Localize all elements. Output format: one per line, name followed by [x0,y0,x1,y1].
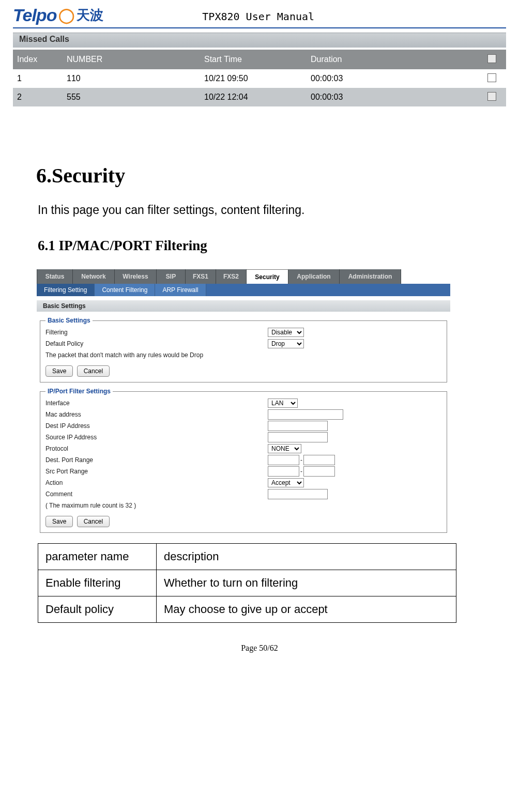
label-default-policy: Default Policy [45,340,268,347]
input-destport-to[interactable] [303,455,335,465]
section-intro: In this page you can filter settings, co… [38,203,506,217]
main-tabs: Status Network Wireless SIP FXS1 FXS2 Se… [37,269,450,284]
col-index: Index [13,50,63,69]
tab-fxs2[interactable]: FXS2 [216,269,247,284]
missed-calls-title: Missed Calls [13,33,506,48]
cell-index: 1 [13,69,63,88]
manual-title: TPX820 User Manual [202,10,314,23]
legend-basic: Basic Settings [45,317,93,324]
select-filtering[interactable]: Disable [268,328,304,337]
select-interface[interactable]: LAN [268,399,298,408]
label-destip: Dest IP Address [45,422,268,430]
cell-index: 2 [13,88,63,106]
desc-cell: Enable filtering [38,570,157,596]
logo-swirl-icon: ◯ [58,7,74,24]
tab-sip[interactable]: SIP [157,269,186,284]
subtab-arp-firewall[interactable]: ARP Firewall [155,284,206,296]
input-mac[interactable] [268,409,343,420]
tab-administration[interactable]: Administration [340,269,401,284]
col-select [477,50,506,69]
tab-network[interactable]: Network [73,269,115,284]
fieldset-ipport: IP/Port Filter Settings Interface LAN Ma… [40,388,447,533]
tab-fxs1[interactable]: FXS1 [186,269,216,284]
subsection-heading: 6.1 IP/MAC/PORT Filtering [38,238,506,254]
select-protocol[interactable]: NONE [268,444,301,453]
desc-head-2: description [157,544,456,570]
tab-wireless[interactable]: Wireless [115,269,157,284]
label-srcip: Source IP Address [45,434,268,441]
select-default-policy[interactable]: Drop [268,339,304,348]
tab-security[interactable]: Security [247,269,288,284]
page-header: Telpo ◯ 天波 TPX820 User Manual [0,0,519,25]
cell-start: 10/21 09:50 [200,69,307,88]
cancel-button[interactable]: Cancel [77,365,110,377]
section-heading: 6.Security [36,163,506,188]
cell-start: 10/22 12:04 [200,88,307,106]
cell-duration: 00:00:03 [307,88,477,106]
input-destip[interactable] [268,421,328,431]
table-row: 2 555 10/22 12:04 00:00:03 [13,88,506,106]
input-srcip[interactable] [268,432,328,442]
desc-cell: Whether to turn on filtering [157,570,456,596]
row-checkbox[interactable] [487,92,496,101]
range-sep-icon: - [300,468,302,475]
logo: Telpo ◯ 天波 [13,5,103,25]
cancel-button[interactable]: Cancel [77,516,110,527]
subtab-filtering-setting[interactable]: Filtering Setting [37,284,95,296]
input-destport-from[interactable] [268,455,299,465]
tab-application[interactable]: Application [288,269,340,284]
label-interface: Interface [45,400,268,407]
ipport-note: ( The maximum rule count is 32 ) [45,502,136,509]
input-srcport-from[interactable] [268,466,299,477]
input-comment[interactable] [268,489,328,499]
description-table: parameter name description Enable filter… [38,543,456,623]
col-number: NUMBER [63,50,200,69]
label-filtering: Filtering [45,329,268,336]
col-start: Start Time [200,50,307,69]
desc-cell: Default policy [38,596,157,623]
panel-title-basic: Basic Settings [37,300,450,312]
header-rule [13,27,506,28]
logo-text: Telpo [13,5,56,25]
tab-status[interactable]: Status [37,269,73,284]
label-protocol: Protocol [45,445,268,452]
desc-cell: May choose to give up or accept [157,596,456,623]
cell-number: 555 [63,88,200,106]
ui-screenshot: Status Network Wireless SIP FXS1 FXS2 Se… [37,269,450,533]
checkbox-all[interactable] [487,54,496,63]
save-button[interactable]: Save [45,516,73,527]
legend-ipport: IP/Port Filter Settings [45,388,113,395]
label-mac: Mac address [45,411,268,418]
col-duration: Duration [307,50,477,69]
range-sep-icon: - [300,456,302,464]
subtab-content-filtering[interactable]: Content Filtering [95,284,155,296]
table-row: 1 110 10/21 09:50 00:00:03 [13,69,506,88]
cell-duration: 00:00:03 [307,69,477,88]
label-destport: Dest. Port Range [45,456,268,464]
missed-calls-table: Index NUMBER Start Time Duration 1 110 1… [13,50,506,106]
label-action: Action [45,479,268,486]
sub-tabs: Filtering Setting Content Filtering ARP … [37,284,450,296]
desc-head-1: parameter name [38,544,157,570]
table-header-row: Index NUMBER Start Time Duration [13,50,506,69]
label-comment: Comment [45,491,268,498]
fieldset-basic-settings: Basic Settings Filtering Disable Default… [40,317,447,382]
input-srcport-to[interactable] [303,466,335,477]
label-srcport: Src Port Range [45,468,268,475]
page-footer: Page 50/62 [0,644,519,658]
save-button[interactable]: Save [45,365,73,377]
basic-note: The packet that don't match with any rul… [45,351,203,359]
select-action[interactable]: Accept [268,478,304,487]
logo-cn: 天波 [77,6,103,24]
cell-number: 110 [63,69,200,88]
row-checkbox[interactable] [487,73,496,82]
